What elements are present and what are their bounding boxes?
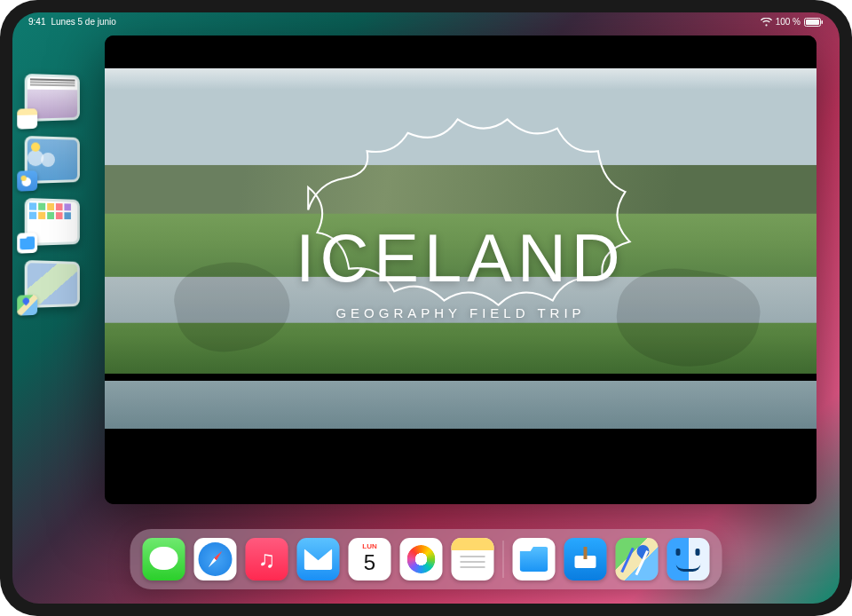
letterbox-top <box>105 36 816 68</box>
stage-tile-notes[interactable] <box>25 74 80 122</box>
dock-app-safari[interactable] <box>194 538 237 580</box>
battery-percent: 100 % <box>776 17 801 27</box>
letterbox-bottom <box>105 471 816 504</box>
stage-tile-maps[interactable] <box>25 260 80 308</box>
status-time: 9:41 <box>28 17 45 27</box>
files-mini-icon <box>17 233 37 253</box>
wifi-icon <box>761 18 772 27</box>
calendar-day: 5 <box>349 550 391 575</box>
dock-app-calendar[interactable]: LUN 5 <box>349 538 391 580</box>
screen: 9:41 Lunes 5 de junio 100 % <box>12 12 840 604</box>
stage-manager-strip <box>25 75 82 307</box>
battery-icon <box>804 18 824 27</box>
notes-mini-icon <box>17 108 37 129</box>
dock-app-music[interactable] <box>246 538 288 580</box>
stage-tile-files[interactable] <box>25 198 80 246</box>
dock: LUN 5 <box>130 529 722 589</box>
calendar-weekday: LUN <box>349 542 391 550</box>
status-bar: 9:41 Lunes 5 de junio 100 % <box>12 12 840 28</box>
status-date: Lunes 5 de junio <box>51 17 115 27</box>
dock-app-mail[interactable] <box>297 538 340 580</box>
dock-app-messages[interactable] <box>143 538 185 580</box>
svg-rect-1 <box>806 20 819 25</box>
dock-app-finder[interactable] <box>667 538 710 580</box>
dock-app-keynote[interactable] <box>564 538 607 580</box>
maps-mini-icon <box>17 295 37 315</box>
svg-rect-2 <box>822 20 824 24</box>
dock-app-photos[interactable] <box>400 538 443 580</box>
dock-app-notes[interactable] <box>452 538 494 580</box>
keynote-presentation-window[interactable]: ICELAND GEOGRAPHY FIELD TRIP <box>105 36 816 504</box>
slide-background-photo <box>105 68 816 471</box>
weather-mini-icon <box>17 170 37 191</box>
dock-app-files[interactable] <box>513 538 556 580</box>
dock-separator <box>503 541 504 578</box>
ipad-frame: 9:41 Lunes 5 de junio 100 % <box>0 0 852 616</box>
stage-tile-weather[interactable] <box>25 136 80 184</box>
dock-app-maps[interactable] <box>616 538 659 580</box>
